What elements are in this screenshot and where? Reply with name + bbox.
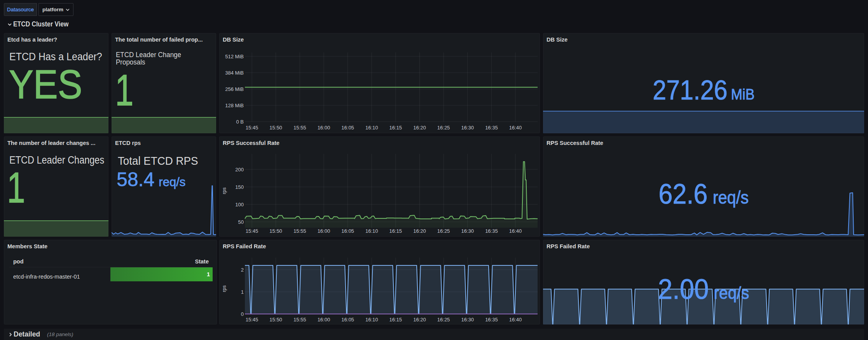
svg-text:16:05: 16:05 [341, 228, 354, 234]
svg-text:16:35: 16:35 [485, 125, 498, 131]
svg-text:16:30: 16:30 [461, 228, 474, 234]
svg-text:16:15: 16:15 [389, 228, 402, 234]
svg-text:15:50: 15:50 [269, 125, 282, 131]
svg-text:16:00: 16:00 [318, 125, 330, 131]
svg-text:1: 1 [241, 289, 244, 295]
svg-text:16:15: 16:15 [389, 125, 402, 131]
svg-text:16:10: 16:10 [365, 125, 378, 131]
svg-text:15:50: 15:50 [269, 317, 282, 323]
svg-text:16:40: 16:40 [509, 125, 522, 131]
svg-text:16:10: 16:10 [365, 228, 378, 234]
svg-text:50: 50 [238, 219, 244, 225]
svg-text:0: 0 [241, 311, 244, 317]
svg-text:16:20: 16:20 [413, 125, 426, 131]
svg-text:16:30: 16:30 [461, 317, 474, 323]
svg-text:16:25: 16:25 [437, 125, 450, 131]
svg-text:16:20: 16:20 [413, 317, 426, 323]
svg-text:15:45: 15:45 [246, 317, 258, 323]
svg-text:16:05: 16:05 [341, 317, 354, 323]
svg-text:16:40: 16:40 [509, 317, 522, 323]
svg-text:16:10: 16:10 [365, 317, 378, 323]
svg-text:16:00: 16:00 [318, 228, 330, 234]
svg-text:16:20: 16:20 [413, 228, 426, 234]
svg-text:15:55: 15:55 [293, 317, 306, 323]
svg-text:16:30: 16:30 [461, 125, 474, 131]
svg-text:16:05: 16:05 [341, 125, 354, 131]
svg-text:384 MiB: 384 MiB [225, 70, 244, 76]
svg-text:rps: rps [222, 187, 227, 194]
svg-text:16:35: 16:35 [485, 228, 498, 234]
svg-text:100: 100 [235, 202, 244, 207]
svg-text:16:25: 16:25 [437, 317, 450, 323]
svg-text:15:55: 15:55 [293, 125, 306, 131]
svg-text:15:45: 15:45 [246, 125, 258, 131]
svg-text:16:00: 16:00 [318, 317, 330, 323]
svg-text:16:15: 16:15 [389, 317, 402, 323]
svg-text:15:45: 15:45 [246, 228, 258, 234]
svg-text:256 MiB: 256 MiB [225, 86, 244, 92]
svg-text:0 B: 0 B [236, 119, 244, 125]
svg-text:16:25: 16:25 [437, 228, 450, 234]
svg-text:200: 200 [235, 167, 244, 173]
svg-text:16:35: 16:35 [485, 317, 498, 323]
svg-text:128 MiB: 128 MiB [225, 103, 244, 108]
svg-text:16:40: 16:40 [509, 228, 522, 234]
svg-text:512 MiB: 512 MiB [225, 54, 244, 59]
svg-text:2: 2 [241, 267, 244, 273]
svg-text:15:50: 15:50 [269, 228, 282, 234]
svg-text:rps: rps [222, 285, 227, 292]
svg-text:15:55: 15:55 [293, 228, 306, 234]
svg-text:150: 150 [235, 184, 244, 190]
